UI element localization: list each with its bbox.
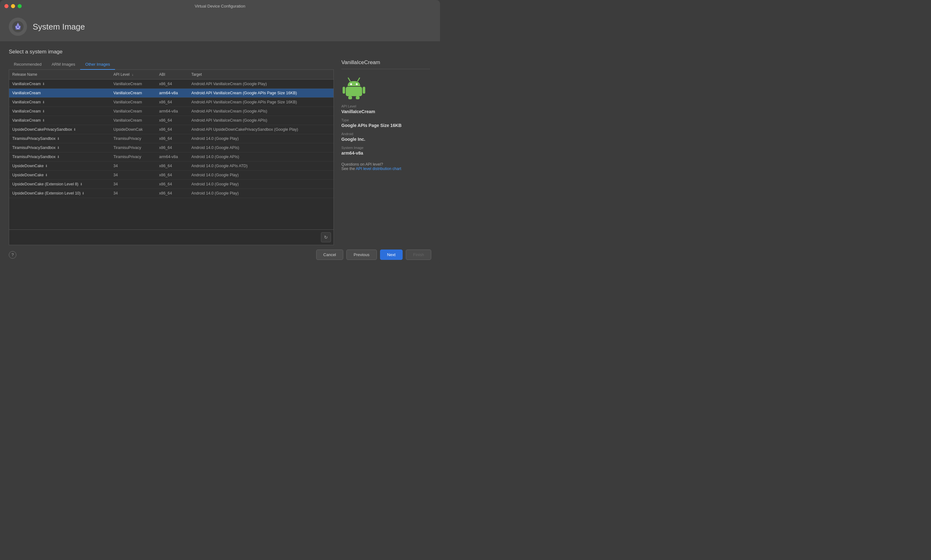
help-button[interactable]: ? xyxy=(9,251,16,258)
cancel-button[interactable]: Cancel xyxy=(316,249,343,260)
titlebar: Virtual Device Configuration xyxy=(0,0,440,12)
table-row[interactable]: UpsideDownCakePrivacySandbox⬇UpsideDownC… xyxy=(9,125,334,134)
download-icon[interactable]: ⬇ xyxy=(57,137,60,140)
cell-release-name: TiramisuPrivacySandbox⬇ xyxy=(9,134,110,143)
cell-abi: x86_64 xyxy=(156,98,188,107)
cell-abi: arm64-v8a xyxy=(156,89,188,98)
table-row[interactable]: VanillaIceCream⬇VanillaIceCreamarm64-v8a… xyxy=(9,107,334,116)
table-row[interactable]: UpsideDownCake⬇34x86_64Android 14.0 (Goo… xyxy=(9,162,334,171)
download-icon[interactable]: ⬇ xyxy=(82,191,85,195)
table-row[interactable]: VanillaIceCream⬇VanillaIceCreamx86_64And… xyxy=(9,98,334,107)
cell-release-name: TiramisuPrivacySandbox⬇ xyxy=(9,152,110,162)
cell-release-name: VanillaIceCream⬇ xyxy=(9,107,110,116)
tab-arm-images[interactable]: ARM Images xyxy=(46,59,80,70)
previous-button[interactable]: Previous xyxy=(346,249,377,260)
table-row[interactable]: VanillaIceCream⬇VanillaIceCreamx86_64And… xyxy=(9,80,334,89)
table-row[interactable]: UpsideDownCake (Extension Level 10)⬇34x8… xyxy=(9,189,334,198)
cell-abi: x86_64 xyxy=(156,143,188,152)
svg-rect-10 xyxy=(348,96,352,99)
cell-target: Android 14.0 (Google APIs ATD) xyxy=(188,162,334,171)
table-row[interactable]: TiramisuPrivacySandbox⬇TiramisuPrivacyx8… xyxy=(9,143,334,152)
download-icon[interactable]: ⬇ xyxy=(80,182,83,186)
titlebar-buttons xyxy=(5,4,22,8)
download-icon[interactable]: ⬇ xyxy=(45,173,48,177)
download-icon[interactable]: ⬇ xyxy=(42,82,45,86)
page-title: System Image xyxy=(33,22,85,32)
download-icon[interactable]: ⬇ xyxy=(42,118,45,122)
svg-point-5 xyxy=(350,83,352,85)
cell-abi: x86_64 xyxy=(156,162,188,171)
cell-abi: arm64-v8a xyxy=(156,152,188,162)
type-field: Type Google APIs Page Size 16KB xyxy=(342,118,430,128)
android-studio-svg xyxy=(12,21,24,33)
download-icon[interactable]: ⬇ xyxy=(42,100,45,104)
cell-target: Android API VanillaIceCream (Google APIs… xyxy=(188,116,334,125)
svg-line-4 xyxy=(358,78,360,81)
cell-release-name: UpsideDownCakePrivacySandbox⬇ xyxy=(9,125,110,134)
cell-release-name: VanillaIceCream xyxy=(9,89,110,98)
maximize-button[interactable] xyxy=(18,4,22,8)
cell-target: Android API VanillaIceCream (Google Play… xyxy=(188,80,334,89)
svg-rect-7 xyxy=(346,87,362,96)
system-image-table: Release Name API Level ↓ ABI Target Vani… xyxy=(9,70,334,230)
cell-target: Android 14.0 (Google Play) xyxy=(188,134,334,143)
table-row[interactable]: TiramisuPrivacySandbox⬇TiramisuPrivacyx8… xyxy=(9,134,334,143)
table-row[interactable]: UpsideDownCake⬇34x86_64Android 14.0 (Goo… xyxy=(9,171,334,180)
cell-api-level: TiramisuPrivacy xyxy=(110,134,156,143)
table-row[interactable]: VanillaIceCreamVanillaIceCreamarm64-v8aA… xyxy=(9,89,334,98)
cell-api-level: 34 xyxy=(110,180,156,189)
table-row[interactable]: VanillaIceCream⬇VanillaIceCreamx86_64And… xyxy=(9,116,334,125)
table-row[interactable]: UpsideDownCake (Extension Level 8)⬇34x86… xyxy=(9,180,334,189)
col-abi: ABI xyxy=(156,70,188,80)
sort-arrow: ↓ xyxy=(132,73,134,76)
download-icon[interactable]: ⬇ xyxy=(45,164,48,168)
table-footer: ↻ xyxy=(9,230,334,245)
cell-target: Android 14.0 (Google Play) xyxy=(188,171,334,180)
cell-api-level: VanillaIceCream xyxy=(110,116,156,125)
minimize-button[interactable] xyxy=(11,4,15,8)
api-level-chart-link[interactable]: API level distribution chart xyxy=(356,166,402,171)
section-title: Select a system image xyxy=(9,49,431,55)
detail-title: VanillaIceCream xyxy=(342,59,430,69)
download-icon[interactable]: ⬇ xyxy=(57,155,60,159)
cell-api-level: VanillaIceCream xyxy=(110,107,156,116)
refresh-button[interactable]: ↻ xyxy=(321,232,331,242)
cell-target: Android 14.0 (Google Play) xyxy=(188,189,334,198)
api-question: Questions on API level? See the API leve… xyxy=(342,162,430,171)
question-see: See the xyxy=(342,166,356,171)
tab-recommended[interactable]: Recommended xyxy=(9,59,46,70)
right-panel: VanillaIceCream xyxy=(340,59,431,245)
cell-target: Android API VanillaIceCream (Google APIs… xyxy=(188,98,334,107)
svg-rect-11 xyxy=(356,96,360,99)
download-icon[interactable]: ⬇ xyxy=(42,109,45,113)
table-row[interactable]: TiramisuPrivacySandbox⬇TiramisuPrivacyar… xyxy=(9,152,334,162)
tab-other-images[interactable]: Other Images xyxy=(80,59,115,70)
col-api-level[interactable]: API Level ↓ xyxy=(110,70,156,80)
cell-release-name: VanillaIceCream⬇ xyxy=(9,116,110,125)
type-label: Type xyxy=(342,118,430,122)
android-label: Android xyxy=(342,132,430,136)
finish-button[interactable]: Finish xyxy=(406,249,431,260)
cell-abi: x86_64 xyxy=(156,134,188,143)
cell-release-name: VanillaIceCream⬇ xyxy=(9,80,110,89)
tabs: Recommended ARM Images Other Images xyxy=(9,59,334,70)
table-header-row: Release Name API Level ↓ ABI Target xyxy=(9,70,334,80)
cell-target: Android API VanillaIceCream (Google APIs… xyxy=(188,89,334,98)
main-area: Recommended ARM Images Other Images Rele… xyxy=(9,59,431,245)
svg-rect-9 xyxy=(363,87,365,94)
cell-api-level: VanillaIceCream xyxy=(110,89,156,98)
cell-abi: x86_64 xyxy=(156,125,188,134)
svg-point-2 xyxy=(19,27,20,28)
window-title: Virtual Device Configuration xyxy=(195,4,245,8)
cell-abi: x86_64 xyxy=(156,189,188,198)
download-icon[interactable]: ⬇ xyxy=(57,146,60,149)
android-figure xyxy=(342,74,430,99)
cell-abi: x86_64 xyxy=(156,171,188,180)
cell-target: Android 14.0 (Google Play) xyxy=(188,180,334,189)
api-level-value: VanillaIceCream xyxy=(342,109,375,114)
close-button[interactable] xyxy=(5,4,8,8)
detail-fields: API Level VanillaIceCream Type Google AP… xyxy=(342,104,430,156)
next-button[interactable]: Next xyxy=(380,249,403,260)
download-icon[interactable]: ⬇ xyxy=(73,128,76,131)
system-image-value: arm64-v8a xyxy=(342,151,363,155)
